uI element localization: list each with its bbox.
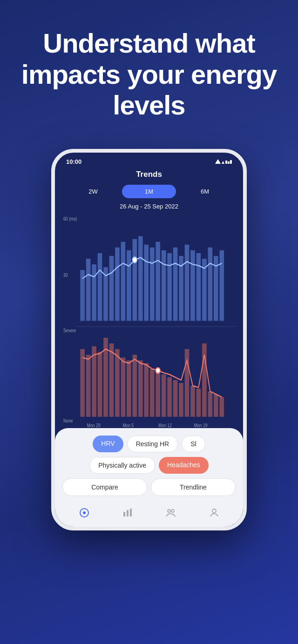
svg-rect-60 [202, 343, 207, 417]
chip-physically-active[interactable]: Physically active [89, 457, 155, 474]
svg-rect-63 [219, 397, 224, 416]
svg-rect-48 [133, 355, 137, 416]
svg-rect-15 [92, 264, 96, 321]
svg-rect-32 [190, 250, 195, 321]
trendline-button[interactable]: Trendline [151, 478, 236, 496]
status-bar: 10:00 [55, 153, 243, 168]
svg-rect-61 [208, 391, 213, 417]
svg-rect-3 [228, 161, 230, 164]
chip-hrv[interactable]: HRV [93, 436, 123, 452]
date-range: 26 Aug - 25 Sep 2022 [55, 203, 243, 210]
svg-rect-53 [162, 375, 166, 417]
hero-title: Understand what impacts your energy leve… [19, 28, 279, 121]
tab-2w[interactable]: 2W [66, 185, 120, 198]
svg-rect-54 [167, 377, 172, 417]
svg-text:Severe: Severe [63, 328, 76, 333]
svg-rect-51 [150, 369, 155, 417]
svg-text:Mon 5: Mon 5 [122, 423, 134, 428]
svg-rect-2 [225, 161, 227, 164]
nav-profile[interactable] [206, 504, 223, 521]
svg-text:Mon 12: Mon 12 [158, 423, 172, 428]
svg-rect-52 [156, 372, 160, 417]
svg-rect-35 [208, 248, 213, 321]
svg-rect-59 [196, 389, 201, 417]
nav-chart[interactable] [119, 504, 136, 521]
svg-rect-45 [115, 349, 120, 417]
svg-text:30: 30 [63, 272, 68, 278]
nav-people[interactable] [163, 504, 179, 521]
svg-rect-41 [92, 346, 96, 417]
svg-rect-55 [173, 380, 178, 417]
svg-point-73 [212, 509, 216, 513]
svg-point-67 [83, 511, 86, 514]
svg-point-64 [156, 368, 160, 373]
svg-point-71 [168, 510, 170, 512]
svg-point-72 [171, 510, 174, 512]
svg-rect-37 [219, 250, 224, 321]
svg-rect-62 [214, 394, 218, 417]
svg-rect-28 [167, 253, 172, 321]
action-row: Compare Trendline [62, 478, 236, 496]
svg-rect-18 [109, 256, 114, 321]
svg-rect-50 [144, 363, 149, 417]
svg-rect-14 [86, 259, 91, 321]
svg-text:60 (ms): 60 (ms) [63, 216, 77, 221]
chip-headaches[interactable]: Headaches [159, 457, 209, 474]
svg-rect-31 [185, 245, 190, 321]
phone-wrapper: 10:00 Trends 2W 1M 6M 26 Aug - 25 Sep 20… [0, 149, 298, 530]
svg-rect-42 [98, 352, 102, 417]
filter-row-2: Physically active Headaches [62, 457, 236, 474]
status-time: 10:00 [66, 158, 81, 165]
filter-row-1: HRV Resting HR Sl [62, 436, 236, 452]
svg-rect-49 [138, 360, 143, 416]
chip-sl[interactable]: Sl [182, 436, 205, 452]
svg-rect-56 [179, 383, 183, 417]
svg-rect-22 [133, 239, 137, 321]
svg-rect-26 [156, 242, 160, 321]
phone-frame: 10:00 Trends 2W 1M 6M 26 Aug - 25 Sep 20… [51, 149, 247, 530]
svg-text:Mon 29: Mon 29 [87, 423, 101, 428]
nav-home[interactable] [76, 504, 93, 521]
screen-content: Trends 2W 1M 6M 26 Aug - 25 Sep 2022 60 … [55, 168, 243, 527]
svg-rect-44 [109, 343, 114, 417]
svg-rect-4 [230, 160, 232, 164]
time-tabs: 2W 1M 6M [66, 185, 232, 198]
svg-rect-23 [138, 236, 143, 321]
svg-rect-46 [121, 357, 126, 416]
svg-rect-70 [130, 509, 132, 517]
svg-rect-29 [173, 248, 178, 321]
compare-button[interactable]: Compare [62, 478, 147, 496]
screen-title: Trends [55, 168, 243, 185]
bottom-panel: HRV Resting HR Sl Physically active Head… [55, 428, 243, 527]
svg-rect-40 [86, 355, 91, 416]
svg-text:Mon 19: Mon 19 [194, 423, 208, 428]
tab-1m[interactable]: 1M [122, 185, 176, 198]
svg-rect-39 [80, 349, 85, 417]
svg-rect-20 [121, 242, 126, 321]
svg-rect-24 [144, 245, 149, 321]
svg-marker-1 [222, 161, 224, 164]
svg-rect-69 [127, 510, 129, 517]
svg-point-38 [133, 257, 137, 262]
status-icons [215, 159, 232, 165]
svg-rect-58 [190, 386, 195, 417]
chart-area: 60 (ms) 30 Severe None Mon 29 Mon 5 Mon … [55, 214, 243, 428]
tab-6m[interactable]: 6M [178, 185, 232, 198]
svg-rect-33 [196, 253, 201, 321]
svg-rect-27 [162, 250, 166, 321]
nav-bar [62, 501, 236, 523]
svg-marker-0 [215, 159, 221, 164]
svg-rect-19 [115, 248, 120, 321]
svg-rect-25 [150, 248, 155, 321]
svg-rect-47 [127, 360, 131, 416]
chip-resting-hr[interactable]: Resting HR [127, 436, 178, 452]
svg-rect-68 [123, 512, 125, 517]
svg-rect-16 [98, 253, 102, 321]
hero-section: Understand what impacts your energy leve… [0, 0, 298, 140]
svg-text:None: None [63, 418, 73, 423]
svg-rect-21 [127, 250, 131, 321]
